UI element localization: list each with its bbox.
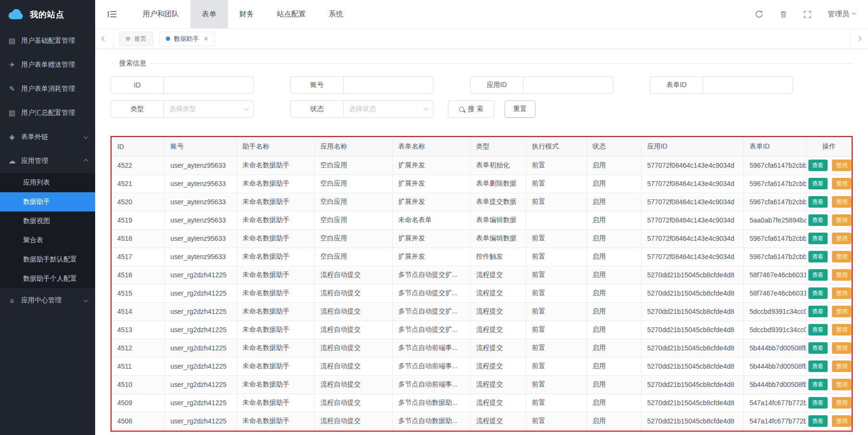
view-button[interactable]: 查看 xyxy=(808,397,828,409)
reset-button[interactable]: 重置 xyxy=(505,100,535,118)
sidebar-item-user-form-gift[interactable]: ✈ 用户表单赠送管理 xyxy=(0,53,95,77)
view-button[interactable]: 查看 xyxy=(808,178,828,189)
sidebar-item-user-summary-config[interactable]: ▥ 用户汇总配置管理 xyxy=(0,101,95,125)
view-button[interactable]: 查看 xyxy=(808,287,828,299)
view-button[interactable]: 查看 xyxy=(808,233,828,244)
sidebar-item-user-form-consume[interactable]: ✎ 用户表单消耗管理 xyxy=(0,77,95,101)
id-input[interactable] xyxy=(163,76,254,94)
sidebar-subitem-app-list[interactable]: 应用列表 xyxy=(0,173,95,192)
disable-button[interactable]: 禁用 xyxy=(832,233,851,244)
cell-exec-mode: 前置 xyxy=(526,339,586,357)
disable-button[interactable]: 禁用 xyxy=(832,397,851,409)
view-button[interactable]: 查看 xyxy=(808,342,828,354)
view-button[interactable]: 查看 xyxy=(808,324,828,336)
site-logo: 我的站点 xyxy=(0,0,95,29)
cell-actions: 查看 禁用 xyxy=(806,211,852,229)
view-button[interactable]: 查看 xyxy=(808,306,828,317)
status-select[interactable]: 选择状态 xyxy=(343,100,434,118)
chevron-down-icon xyxy=(84,134,88,139)
view-button[interactable]: 查看 xyxy=(808,360,828,372)
tab-home[interactable]: 首页 xyxy=(119,32,153,46)
disable-button[interactable]: 禁用 xyxy=(832,415,851,427)
type-select[interactable]: 选择类型 xyxy=(163,100,254,118)
column-header-form-id: 表单ID xyxy=(744,137,806,156)
sidebar-subitem-data-assistant[interactable]: 数据助手 xyxy=(0,192,95,211)
top-navigation: 用户和团队 表单 财务 站点配置 系统 xyxy=(131,0,355,28)
disable-button[interactable]: 禁用 xyxy=(832,269,851,281)
form-id-input[interactable] xyxy=(703,76,793,94)
topnav-users-teams[interactable]: 用户和团队 xyxy=(131,0,190,28)
disable-button[interactable]: 禁用 xyxy=(832,379,851,390)
sidebar-subitem-assistant-default-config[interactable]: 数据助手默认配置 xyxy=(0,250,95,269)
view-button[interactable]: 查看 xyxy=(808,214,828,226)
tab-data-assistant[interactable]: 数据助手 × xyxy=(159,32,215,46)
view-button[interactable]: 查看 xyxy=(808,415,828,427)
account-field-label: 账号 xyxy=(290,76,343,94)
cell-exec-mode: 前置 xyxy=(526,394,586,412)
sidebar-item-app-center-management[interactable]: ≡ 应用中心管理 xyxy=(0,288,95,312)
search-button[interactable]: 搜 索 xyxy=(448,100,494,118)
cell-exec-mode: 前置 xyxy=(526,412,586,430)
disable-button[interactable]: 禁用 xyxy=(832,342,851,354)
disable-button[interactable]: 禁用 xyxy=(832,196,851,208)
view-button[interactable]: 查看 xyxy=(808,196,828,208)
refresh-icon xyxy=(755,10,763,18)
sidebar-item-user-base-config[interactable]: ▤ 用户基础配置管理 xyxy=(0,29,95,53)
table-row: 4515 user_rg2dzh41225 未命名数据助手 流程自动提交 多节点… xyxy=(112,284,852,302)
cell-id: 4508 xyxy=(112,412,164,430)
tabs-scroll-left-button[interactable] xyxy=(95,29,113,49)
disable-button[interactable]: 禁用 xyxy=(832,306,851,317)
app-management-submenu: 应用列表 数据助手 数据视图 聚合表 数据助手默认配置 数据助手个人配置 xyxy=(0,173,95,288)
disable-button[interactable]: 禁用 xyxy=(832,360,851,372)
user-menu[interactable]: 管理员 xyxy=(828,10,856,19)
disable-button[interactable]: 禁用 xyxy=(832,287,851,299)
topnav-finance[interactable]: 财务 xyxy=(228,0,265,28)
cell-status: 启用 xyxy=(586,211,641,229)
sidebar-subitem-aggregate-table[interactable]: 聚合表 xyxy=(0,231,95,250)
trash-button[interactable] xyxy=(780,10,787,18)
disable-button[interactable]: 禁用 xyxy=(832,214,851,226)
cell-form-id: 5b444bb7d00508fb xyxy=(744,357,806,375)
view-button[interactable]: 查看 xyxy=(808,251,828,262)
cell-form-id: 5b444bb7d00508fb xyxy=(744,375,806,394)
status-field-group: 状态 选择状态 xyxy=(290,100,434,118)
topnav-system[interactable]: 系统 xyxy=(317,0,355,28)
disable-button[interactable]: 禁用 xyxy=(832,178,851,189)
view-button[interactable]: 查看 xyxy=(808,379,828,390)
type-select-placeholder: 选择类型 xyxy=(169,105,196,113)
sidebar-item-label: 用户基础配置管理 xyxy=(21,37,75,45)
sidebar-item-app-management[interactable]: ☁ 应用管理 xyxy=(0,149,95,173)
sidebar-item-form-external-link[interactable]: ◈ 表单外链 xyxy=(0,125,95,149)
tabs-scroll-right-button[interactable] xyxy=(850,29,868,49)
app-id-input[interactable] xyxy=(523,76,613,94)
cell-form-name: 多节点自动数据助... xyxy=(392,412,470,430)
status-field-label: 状态 xyxy=(290,100,343,118)
cell-form-id: 547a14fc677b772b xyxy=(744,394,806,412)
cell-form-id: 5967cfa6147b2cbb9 xyxy=(744,193,806,211)
site-name: 我的站点 xyxy=(30,9,64,20)
view-button[interactable]: 查看 xyxy=(808,269,828,281)
cell-form-name: 扩展并发 xyxy=(392,174,470,193)
app-root: 我的站点 ▤ 用户基础配置管理 ✈ 用户表单赠送管理 ✎ 用户表单消耗管理 ▥ … xyxy=(0,0,868,435)
account-input[interactable] xyxy=(343,76,434,94)
disable-button[interactable]: 禁用 xyxy=(832,251,851,262)
fullscreen-button[interactable] xyxy=(804,11,811,18)
topnav-forms[interactable]: 表单 xyxy=(190,0,228,28)
sidebar-subitem-assistant-personal-config[interactable]: 数据助手个人配置 xyxy=(0,269,95,288)
cell-exec-mode: 前置 xyxy=(526,174,586,193)
disable-button[interactable]: 禁用 xyxy=(832,324,851,336)
tab-label: 首页 xyxy=(134,35,147,43)
cell-account: user_aytenz95633 xyxy=(164,193,236,211)
topnav-site-config[interactable]: 站点配置 xyxy=(265,0,317,28)
cell-actions: 查看 禁用 xyxy=(806,412,852,430)
pen-icon: ✎ xyxy=(8,85,16,93)
cell-app-id: 5270dd21b15045cb8cfde4d8 xyxy=(641,375,744,394)
sidebar-collapse-button[interactable] xyxy=(108,11,117,18)
disable-button[interactable]: 禁用 xyxy=(832,160,851,171)
refresh-button[interactable] xyxy=(755,10,763,18)
form-id-field-group: 表单ID xyxy=(650,76,793,94)
view-button[interactable]: 查看 xyxy=(808,160,828,171)
tab-close-icon[interactable]: × xyxy=(204,35,208,43)
app-id-field-group: 应用ID xyxy=(470,76,613,94)
sidebar-subitem-data-view[interactable]: 数据视图 xyxy=(0,211,95,231)
